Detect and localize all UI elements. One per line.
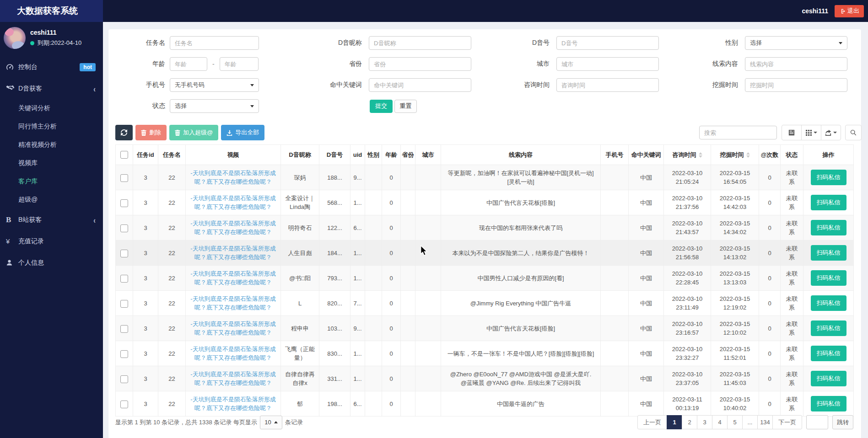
row-checkbox[interactable] [120, 401, 128, 408]
sidebar-item-dashboard[interactable]: 控制台 hot [0, 56, 103, 78]
scan-message-button[interactable]: 扫码私信 [811, 396, 846, 411]
city-input[interactable] [556, 57, 659, 71]
phone-label: 手机号 [108, 81, 165, 89]
consult-time-input[interactable] [556, 78, 659, 92]
sidebar-item-bilibili[interactable]: B B站获客 ‹ [0, 209, 103, 230]
sidebar-item-profile[interactable]: 个人信息 [0, 252, 103, 273]
sidebar-item-keyword-analysis[interactable]: 关键词分析 [0, 99, 103, 118]
row-checkbox[interactable] [120, 325, 128, 333]
phone-select[interactable]: 无手机号码 [170, 78, 259, 92]
status-badge: 未联系 [781, 240, 803, 266]
status-badge: 未联系 [781, 190, 803, 215]
sidebar-item-recharge[interactable]: ¥ 充值记录 [0, 230, 103, 252]
video-link[interactable]: -天坑到底是不是陨石坠落所形成呢？底下又存在哪些危险呢？ [190, 195, 275, 210]
video-link[interactable]: -天坑到底是不是陨石坠落所形成呢？底下又存在哪些危险呢？ [190, 245, 275, 261]
mine-time-input[interactable] [745, 78, 847, 92]
row-checkbox[interactable] [120, 350, 128, 358]
content-input[interactable] [745, 57, 847, 71]
page-number-button[interactable]: 5 [727, 415, 743, 429]
sidebar-item-dyin[interactable]: D音获客 ‹ [0, 78, 103, 99]
age-max-input[interactable] [220, 57, 259, 71]
row-checkbox[interactable] [120, 224, 128, 232]
scan-message-button[interactable]: 扫码私信 [811, 320, 846, 336]
row-checkbox[interactable] [120, 199, 128, 207]
download-icon [226, 130, 232, 136]
page-size-select[interactable]: 10 [260, 416, 282, 429]
row-checkbox[interactable] [120, 300, 128, 308]
col-consult-time[interactable]: 咨询时间 [664, 145, 711, 165]
scan-message-button[interactable]: 扫码私信 [811, 195, 846, 210]
scan-message-button[interactable]: 扫码私信 [811, 270, 846, 286]
video-link[interactable]: -天坑到底是不是陨石坠落所形成呢？底下又存在哪些危险呢？ [190, 346, 275, 361]
sidebar-item-super-at[interactable]: 超级@ [0, 191, 103, 209]
scan-message-button[interactable]: 扫码私信 [811, 371, 846, 386]
delete-button[interactable]: 删除 [135, 125, 167, 140]
page-number-button[interactable]: 1 [667, 415, 682, 429]
cell-uid: 1... [350, 366, 365, 391]
scan-message-button[interactable]: 扫码私信 [811, 346, 846, 361]
sidebar-item-precise-video-analysis[interactable]: 精准视频分析 [0, 136, 103, 154]
dyid-input[interactable] [556, 36, 659, 50]
sidebar-item-peer-blogger-analysis[interactable]: 同行博主分析 [0, 118, 103, 136]
columns-button[interactable] [801, 125, 821, 140]
search-button[interactable] [845, 125, 862, 140]
age-min-input[interactable] [170, 57, 207, 71]
sidebar-item-customer-library[interactable]: 客户库 [0, 172, 103, 191]
page-number-button[interactable]: 2 [682, 415, 697, 429]
sidebar-item-video-library[interactable]: 视频库 [0, 154, 103, 172]
scan-message-button[interactable]: 扫码私信 [811, 295, 846, 311]
cell-phone [601, 165, 629, 190]
col-mine-time[interactable]: 挖掘时间 [711, 145, 759, 165]
jump-button[interactable]: 跳转 [832, 415, 853, 429]
logout-button[interactable]: 退出 [835, 5, 864, 17]
video-link[interactable]: -天坑到底是不是陨石坠落所形成呢？底下又存在哪些危险呢？ [190, 320, 275, 336]
reset-button[interactable]: 重置 [394, 100, 417, 113]
cell-gender [365, 316, 382, 341]
scan-message-button[interactable]: 扫码私信 [811, 245, 846, 261]
cell-content: 一辆车，不是一张车！不是中国人吧？[捂脸][捂脸][捂脸] [441, 341, 601, 366]
cell-content: 中国最牛逼的广告 [441, 391, 601, 417]
scan-message-button[interactable]: 扫码私信 [811, 170, 846, 185]
task-name-input[interactable] [170, 36, 259, 50]
row-checkbox[interactable] [120, 275, 128, 283]
cell-consult-time: 2022-03-10 22:28:45 [664, 266, 711, 291]
submit-button[interactable]: 提交 [370, 100, 393, 113]
video-link[interactable]: -天坑到底是不是陨石坠落所形成呢？底下又存在哪些危险呢？ [190, 220, 275, 235]
cell-task-id: 3 [133, 366, 158, 391]
scan-message-button[interactable]: 扫码私信 [811, 220, 846, 235]
page-number-button[interactable]: 3 [697, 415, 712, 429]
logout-icon [839, 8, 845, 14]
video-link[interactable]: -天坑到底是不是陨石坠落所形成呢？底下又存在哪些危险呢？ [190, 371, 275, 386]
page-number-button[interactable]: ... [742, 415, 758, 429]
video-link[interactable]: -天坑到底是不是陨石坠落所形成呢？底下又存在哪些危险呢？ [190, 270, 275, 286]
jump-page-input[interactable] [806, 415, 828, 429]
table-export-button[interactable] [821, 125, 841, 140]
select-all-checkbox[interactable] [120, 151, 128, 159]
gender-select[interactable]: 选择 [745, 36, 847, 50]
b-letter-icon: B [6, 215, 16, 224]
row-checkbox[interactable] [120, 250, 128, 257]
export-all-button[interactable]: 导出全部 [221, 125, 264, 140]
refresh-button[interactable] [115, 125, 133, 140]
prev-page-button[interactable]: 上一页 [637, 415, 667, 429]
row-checkbox[interactable] [120, 174, 128, 182]
nickname-input[interactable] [369, 36, 471, 50]
page-number-button[interactable]: 134 [757, 415, 773, 429]
detail-view-button[interactable] [782, 125, 802, 140]
table-search-input[interactable] [699, 126, 777, 139]
next-page-button[interactable]: 下一页 [772, 415, 802, 429]
video-link[interactable]: -天坑到底是不是陨石坠落所形成呢？底下又存在哪些危险呢？ [190, 295, 275, 311]
cell-nickname: 自律自律再自律x [281, 366, 319, 391]
row-checkbox[interactable] [120, 375, 128, 383]
video-link[interactable]: -天坑到底是不是陨石坠落所形成呢？底下又存在哪些危险呢？ [190, 396, 275, 411]
cell-at-count: 0 [759, 366, 781, 391]
cell-task-name: 22 [158, 291, 186, 316]
province-input[interactable] [369, 57, 471, 71]
cell-dyid: 122... [319, 215, 350, 240]
add-super-at-button[interactable]: 加入超级@ [169, 125, 218, 140]
page-number-button[interactable]: 4 [712, 415, 728, 429]
cell-at-count: 0 [759, 215, 781, 240]
video-link[interactable]: -天坑到底是不是陨石坠落所形成呢？底下又存在哪些危险呢？ [190, 170, 275, 185]
status-select[interactable]: 选择 [170, 99, 259, 113]
keyword-input[interactable] [369, 78, 471, 92]
